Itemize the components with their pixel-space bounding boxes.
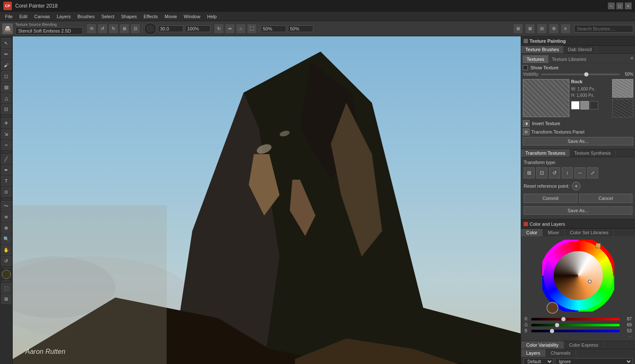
tab-texture-brushes[interactable]: Texture Brushes — [521, 46, 563, 53]
crop-tool[interactable]: ⊡ — [1, 104, 11, 114]
menu-help[interactable]: Help — [204, 13, 220, 20]
sat-bright-wheel[interactable] — [554, 251, 603, 300]
menu-window[interactable]: Window — [180, 13, 204, 20]
tab-color-express[interactable]: Color Express — [564, 341, 604, 349]
visibility-slider[interactable] — [541, 74, 620, 75]
tab-color[interactable]: Color — [521, 229, 543, 236]
menu-effects[interactable]: Effects — [140, 13, 161, 20]
paint-tool[interactable]: ✏ — [1, 49, 11, 59]
search-brushes-input[interactable] — [574, 25, 633, 33]
texture-thumb-dark[interactable] — [590, 101, 598, 109]
smudge-tool[interactable]: ≋ — [1, 212, 11, 222]
tab-textures[interactable]: Textures — [523, 55, 548, 63]
menu-movie[interactable]: Movie — [161, 13, 180, 20]
magnify-tool[interactable]: 🔍 — [1, 234, 11, 244]
rgb-options[interactable]: ··· — [525, 334, 632, 339]
texture-main-thumb[interactable] — [523, 79, 569, 117]
settings-btn[interactable]: ⚙ — [549, 24, 559, 34]
tab-layers[interactable]: Layers — [521, 349, 546, 357]
tab-transform-textures[interactable]: Transform Textures — [521, 149, 570, 157]
panel-btn1[interactable]: ⊞ — [513, 24, 523, 34]
rgb-r-slider[interactable] — [531, 318, 620, 320]
texture-swatch-white[interactable] — [571, 101, 580, 109]
paper-texture-btn[interactable]: ⬚ — [1, 283, 11, 293]
cancel-button[interactable]: Cancel — [579, 194, 633, 203]
color-wheel-container[interactable] — [542, 240, 614, 312]
blend-tool[interactable]: 〜 — [1, 201, 11, 211]
menu-canvas[interactable]: Canvas — [31, 13, 53, 20]
current-color-swatch[interactable] — [547, 302, 558, 314]
texture-options-btn[interactable]: ≡ — [631, 55, 633, 63]
compass-icon[interactable]: ✛ — [572, 182, 580, 190]
brush-tool-btn5[interactable]: ⊡ — [130, 24, 141, 34]
brush-tool[interactable]: 🖌 — [1, 60, 11, 70]
transform-icon-2[interactable]: ⊡ — [536, 167, 547, 178]
toolbox-bottom-btn[interactable]: ⊞ — [1, 294, 11, 304]
tab-channels[interactable]: Channels — [546, 349, 576, 357]
brush-tool-btn1[interactable]: ⟲ — [86, 24, 97, 34]
text-tool[interactable]: T — [1, 176, 11, 186]
transform-icon-6[interactable]: ⤢ — [587, 167, 598, 178]
tab-dab-stencil[interactable]: Dab Stencil — [563, 46, 596, 53]
tab-texture-libraries[interactable]: Texture Libraries — [548, 55, 590, 63]
select-tool[interactable]: ↖ — [1, 38, 11, 48]
flip-btn[interactable]: ⇔ — [225, 24, 235, 34]
maximize-button[interactable]: □ — [616, 3, 623, 9]
blend-mode-select[interactable]: Default — [524, 358, 553, 364]
brush-tool-btn2[interactable]: ↺ — [97, 24, 108, 34]
transform-icon-5[interactable]: ↔ — [574, 167, 585, 178]
brush-tool-btn3[interactable]: ↻ — [108, 24, 119, 34]
transform-icon-1[interactable]: ⊞ — [524, 167, 535, 178]
panel-btn3[interactable]: ⊟ — [537, 24, 547, 34]
transform-tool[interactable]: ⇲ — [1, 129, 11, 139]
rgb-b-slider[interactable] — [531, 330, 620, 332]
menu-brushes[interactable]: Brushes — [74, 13, 98, 20]
move-tool[interactable]: ✛ — [1, 118, 11, 128]
rotate-btn[interactable]: ↻ — [214, 24, 224, 34]
line-tool[interactable]: ╱ — [1, 154, 11, 164]
menu-file[interactable]: File — [2, 13, 16, 20]
foreground-color[interactable] — [2, 270, 11, 279]
opacity-spinner[interactable]: 100% — [185, 25, 210, 32]
tab-mixer[interactable]: Mixer — [543, 229, 565, 236]
shape-tool[interactable]: △ — [1, 93, 11, 103]
size-spinner[interactable]: 30.0 — [158, 25, 183, 32]
composite-select[interactable]: Ignore — [555, 358, 632, 364]
close-button[interactable]: × — [625, 3, 632, 9]
eraser-tool[interactable]: ◻ — [1, 71, 11, 81]
clone-tool[interactable]: ⊕ — [1, 223, 11, 233]
menu-select[interactable]: Select — [98, 13, 118, 20]
tab-color-variability[interactable]: Color Variability — [521, 341, 564, 349]
save-as-button-1[interactable]: Save As... — [523, 137, 633, 145]
transform-icon-3[interactable]: ↺ — [549, 167, 560, 178]
menu-layers[interactable]: Layers — [53, 13, 74, 20]
rgb-g-slider[interactable] — [531, 324, 620, 326]
menu-edit[interactable]: Edit — [16, 13, 31, 20]
rotate-canvas-tool[interactable]: ↺ — [1, 256, 11, 266]
texture-preview-1[interactable] — [612, 79, 633, 98]
texture-preview-2[interactable] — [612, 99, 633, 118]
transform-icon-4[interactable]: ↕ — [562, 167, 573, 178]
save-as-button-2[interactable]: Save As... — [524, 206, 632, 215]
fill-tool[interactable]: ▤ — [1, 82, 11, 92]
reset-btn[interactable]: ⌂ — [236, 24, 246, 34]
commit-button[interactable]: Commit — [524, 194, 577, 203]
menu-shapes[interactable]: Shapes — [118, 13, 140, 20]
pen-tool[interactable]: ✒ — [1, 165, 11, 175]
warp-tool[interactable]: ≈ — [1, 140, 11, 150]
minimize-button[interactable]: − — [608, 3, 615, 9]
canvas-area[interactable]: Aaron Rutten — [13, 36, 521, 364]
title-bar-controls[interactable]: − □ × — [608, 3, 632, 9]
zoom-btn[interactable]: ⛶ — [247, 24, 257, 34]
texture-thumb-small[interactable] — [580, 101, 589, 109]
brush-tool-btn4[interactable]: ⊞ — [119, 24, 130, 34]
grain-spinner[interactable]: 50% — [261, 25, 286, 32]
tab-texture-synthesis[interactable]: Texture Synthesis — [570, 149, 616, 157]
tab-color-set-libraries[interactable]: Color Set Libraries — [565, 229, 614, 236]
config-btn[interactable]: ≡ — [560, 24, 571, 34]
panel-btn2[interactable]: ⊠ — [525, 24, 535, 34]
scale-spinner[interactable]: 50% — [288, 25, 313, 32]
hand-tool[interactable]: ✋ — [1, 245, 11, 255]
lasso-tool[interactable]: ⊙ — [1, 187, 11, 197]
show-texture-checkbox[interactable] — [523, 65, 528, 70]
